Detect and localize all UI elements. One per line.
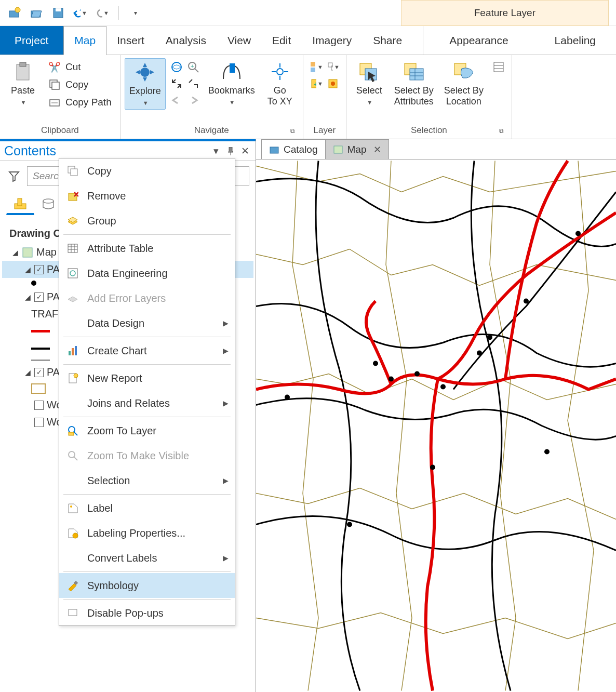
group-launcher-icon[interactable]: ⧉: [289, 127, 297, 135]
expand-icon[interactable]: ◢: [24, 293, 31, 301]
basemap-icon[interactable]: ▼: [310, 60, 323, 74]
ctx-data-design[interactable]: Data Design▶: [59, 311, 235, 336]
list-drawing-order-button[interactable]: [6, 193, 34, 215]
expand-icon[interactable]: ◢: [24, 265, 31, 274]
ctx-disable-popups[interactable]: Disable Pop-ups: [59, 601, 235, 626]
select-button[interactable]: Select▼: [351, 58, 388, 109]
pane-options-icon[interactable]: ▾: [210, 145, 222, 157]
zoom-in-arrows-icon[interactable]: [170, 77, 183, 90]
ctx-remove[interactable]: Remove: [59, 183, 235, 208]
ctx-symbology[interactable]: Symbology: [59, 573, 235, 598]
ctx-new-report[interactable]: New Report: [59, 366, 235, 391]
select-by-attributes-button[interactable]: Select By Attributes: [390, 58, 438, 109]
add-data-icon[interactable]: ▼: [326, 60, 340, 74]
group-launcher-icon[interactable]: ⧉: [498, 127, 505, 135]
svg-rect-52: [68, 244, 77, 252]
expand-icon[interactable]: ◢: [11, 248, 19, 257]
ctx-create-chart[interactable]: Create Chart▶: [59, 338, 235, 363]
undo-icon[interactable]: ▼: [73, 6, 87, 20]
tab-appearance[interactable]: Appearance: [423, 26, 534, 55]
go-to-xy-button[interactable]: Go To XY: [261, 58, 299, 109]
svg-rect-59: [69, 351, 71, 355]
paste-button[interactable]: Paste▼: [4, 58, 42, 109]
svg-line-68: [74, 457, 77, 460]
viewtab-catalog[interactable]: Catalog: [261, 139, 326, 159]
redo-icon[interactable]: ▼: [95, 6, 109, 20]
tab-edit[interactable]: Edit: [262, 26, 302, 55]
full-extent-icon[interactable]: [170, 60, 183, 74]
svg-line-14: [195, 69, 198, 72]
ctx-labeling-properties[interactable]: Labeling Properties...: [59, 521, 235, 545]
svg-rect-61: [75, 346, 77, 355]
ctx-group[interactable]: Group: [59, 208, 235, 233]
add-preset-icon[interactable]: +▼: [310, 77, 323, 90]
table-icon: [65, 241, 80, 256]
pin-icon[interactable]: [224, 145, 237, 157]
zoom-layer-icon: [65, 423, 80, 438]
customize-qat-icon[interactable]: ▾: [128, 6, 143, 20]
prev-extent-icon[interactable]: [170, 94, 183, 107]
save-icon[interactable]: [51, 6, 65, 20]
dropdown-caret-icon[interactable]: ▼: [367, 99, 372, 105]
ctx-convert-labels[interactable]: Convert Labels▶: [59, 545, 235, 570]
tab-analysis[interactable]: Analysis: [155, 26, 217, 55]
new-project-icon[interactable]: [7, 6, 22, 20]
next-extent-icon[interactable]: [186, 94, 200, 107]
tab-project[interactable]: Project: [0, 26, 63, 55]
svg-rect-4: [56, 8, 61, 11]
close-icon[interactable]: ✕: [239, 145, 251, 157]
tab-share[interactable]: Share: [363, 26, 413, 55]
dropdown-caret-icon[interactable]: ▼: [143, 100, 149, 106]
tab-labeling[interactable]: Labeling: [535, 26, 616, 55]
ctx-data-engineering[interactable]: Data Engineering: [59, 261, 235, 286]
bookmarks-button[interactable]: Bookmarks▼: [204, 58, 259, 109]
tab-insert[interactable]: Insert: [106, 26, 155, 55]
dropdown-caret-icon[interactable]: ▼: [21, 99, 26, 105]
visibility-checkbox[interactable]: [34, 401, 44, 410]
visibility-checkbox[interactable]: ✓: [34, 368, 44, 377]
select-by-location-button[interactable]: Select By Location: [440, 58, 488, 109]
dropdown-caret-icon[interactable]: ▼: [103, 10, 109, 16]
ctx-copy[interactable]: Copy: [59, 158, 235, 183]
ctx-selection[interactable]: Selection▶: [59, 468, 235, 493]
ctx-zoom-visible: Zoom To Make Visible: [59, 443, 235, 468]
filter-icon[interactable]: [6, 168, 22, 184]
dropdown-caret-icon[interactable]: ▼: [229, 99, 235, 105]
copy-path-button[interactable]: Copy Path: [46, 95, 114, 110]
pane-title: Contents: [4, 143, 208, 158]
separator: [63, 234, 231, 235]
expand-icon[interactable]: [24, 418, 31, 427]
expand-icon[interactable]: [24, 401, 31, 409]
open-project-icon[interactable]: [29, 6, 44, 20]
zoom-out-arrows-icon[interactable]: [186, 77, 200, 90]
svg-rect-60: [72, 348, 74, 355]
dropdown-caret-icon[interactable]: ▼: [82, 10, 87, 16]
add-graphics-layer-icon[interactable]: [326, 77, 340, 90]
viewtab-map[interactable]: Map✕: [325, 139, 390, 159]
ctx-label[interactable]: Label: [59, 496, 235, 521]
expand-icon[interactable]: ◢: [24, 368, 31, 377]
explore-button[interactable]: Explore▼: [125, 58, 166, 110]
attributes-icon[interactable]: [492, 60, 505, 74]
list-data-source-button[interactable]: [34, 193, 62, 215]
visibility-checkbox[interactable]: ✓: [34, 292, 44, 302]
ctx-zoom-to-layer[interactable]: Zoom To Layer: [59, 418, 235, 443]
separator: [63, 599, 231, 600]
visibility-checkbox[interactable]: ✓: [34, 265, 44, 274]
ctx-attribute-table[interactable]: Attribute Table: [59, 236, 235, 261]
copy-button[interactable]: Copy: [46, 77, 114, 92]
map-canvas[interactable]: [256, 159, 616, 692]
cut-button[interactable]: ✂️Cut: [46, 59, 114, 75]
separator: [63, 571, 231, 572]
svg-rect-22: [311, 62, 315, 66]
tab-view[interactable]: View: [217, 26, 262, 55]
ctx-joins-relates[interactable]: Joins and Relates▶: [59, 391, 235, 416]
fixed-zoom-in-icon[interactable]: +: [186, 60, 200, 74]
copy-icon: [48, 78, 61, 91]
tab-map[interactable]: Map: [63, 26, 106, 55]
explore-icon: [133, 61, 156, 84]
contextual-tab-group: Feature Layer: [401, 0, 609, 26]
tab-imagery[interactable]: Imagery: [302, 26, 363, 55]
close-icon[interactable]: ✕: [373, 144, 381, 155]
visibility-checkbox[interactable]: [34, 418, 44, 427]
